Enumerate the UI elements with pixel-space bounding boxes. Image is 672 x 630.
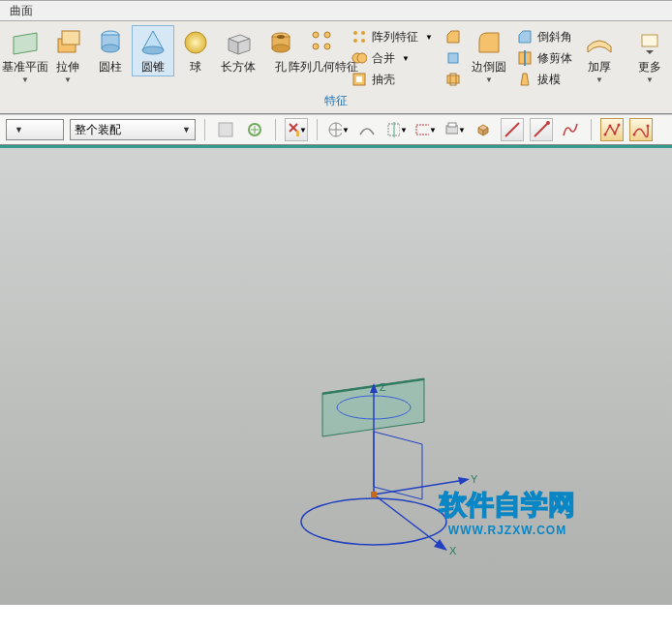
more-geom-icon: [444, 49, 462, 67]
svg-line-55: [505, 123, 519, 136]
ribbon-stack-1b: [439, 25, 468, 91]
shell-icon: [351, 71, 368, 88]
svg-marker-74: [434, 539, 447, 551]
cylinder-button[interactable]: 圆柱: [89, 25, 132, 75]
tool-coord-button[interactable]: ▼: [326, 118, 350, 141]
ribbon: 基准平面▼ 拉伸▼ 圆柱 圆锥 球 长方体 孔 阵列几何特征: [0, 21, 672, 114]
datum-plane-icon: [10, 27, 41, 58]
ribbon-stack-2: 倒斜角 修剪体 拔模: [510, 25, 578, 91]
pattern-feature-button[interactable]: 阵列特征▼: [349, 27, 435, 46]
secondary-toolbar: ▼ 整个装配▼ ▼ ▼ ▼ ▼ ▼: [0, 114, 672, 145]
svg-point-21: [361, 31, 365, 35]
svg-marker-32: [519, 31, 531, 43]
merge-button[interactable]: 合并▼: [349, 48, 435, 68]
tool-box-button[interactable]: ▼: [384, 118, 408, 141]
trim-icon: [516, 49, 534, 67]
chevron-down-icon: ▼: [425, 33, 433, 42]
tool-rect-button[interactable]: ▼: [413, 118, 437, 141]
dropdown-assembly[interactable]: 整个装配▼: [70, 119, 196, 140]
more-button[interactable]: 更多▼: [628, 25, 671, 84]
edge-round-icon: [473, 27, 504, 58]
svg-point-15: [277, 35, 285, 39]
svg-point-22: [353, 39, 357, 43]
cuboid-button[interactable]: 长方体: [217, 25, 260, 75]
viewport-3d[interactable]: Z Y X 软件自学网 WWW.RJZXW.COM: [0, 145, 672, 605]
chevron-down-icon: ▼: [182, 125, 191, 135]
sphere-button[interactable]: 球: [174, 25, 217, 75]
svg-point-5: [102, 45, 119, 52]
ribbon-row: 基准平面▼ 拉伸▼ 圆柱 圆锥 球 长方体 孔 阵列几何特征: [4, 25, 668, 91]
dropdown-1[interactable]: ▼: [6, 119, 64, 140]
chamfer2-button[interactable]: 倒斜角: [514, 27, 574, 46]
watermark-title: 软件自学网: [440, 487, 575, 524]
axis-y-label: Y: [471, 473, 478, 485]
tool-line-1-button[interactable]: [501, 118, 524, 141]
hole-icon: [265, 27, 296, 58]
svg-rect-36: [642, 35, 657, 46]
more-geom2-icon: [444, 71, 462, 88]
svg-line-73: [374, 495, 443, 548]
svg-marker-35: [521, 74, 529, 85]
tool-spline-button[interactable]: [355, 118, 379, 141]
tool-spline2-button[interactable]: [629, 118, 653, 141]
shell-button[interactable]: 抽壳: [349, 70, 435, 89]
draft-button[interactable]: 拔模: [514, 70, 574, 89]
cone-button[interactable]: 圆锥: [132, 25, 174, 76]
tool-icon-1[interactable]: [214, 118, 237, 141]
tool-cube-button[interactable]: [472, 118, 495, 141]
more-icon: [634, 27, 665, 58]
svg-rect-2: [62, 31, 79, 45]
chamfer2-icon: [516, 28, 534, 45]
svg-marker-68: [374, 432, 422, 499]
svg-rect-75: [371, 492, 377, 497]
svg-point-16: [313, 32, 319, 38]
tool-polyline-button[interactable]: [600, 118, 624, 141]
cuboid-icon: [223, 27, 254, 58]
svg-marker-0: [14, 33, 37, 54]
svg-rect-29: [448, 53, 458, 63]
sphere-icon: [180, 27, 211, 58]
svg-point-57: [546, 121, 550, 125]
cone-icon: [137, 27, 168, 58]
svg-point-18: [313, 44, 319, 49]
pattern-geom-button[interactable]: 阵列几何特征: [302, 25, 345, 75]
thicken-button[interactable]: 加厚▼: [578, 25, 621, 84]
watermark: 软件自学网 WWW.RJZXW.COM: [440, 487, 575, 537]
cylinder-icon: [95, 27, 126, 58]
ribbon-group-label: 特征: [4, 91, 668, 113]
tool-filter-button[interactable]: ▼: [285, 118, 308, 141]
svg-point-17: [324, 32, 330, 38]
svg-point-14: [272, 45, 290, 52]
datum-plane-button[interactable]: 基准平面▼: [4, 25, 46, 84]
more-geom2-button[interactable]: [443, 70, 464, 89]
svg-rect-51: [448, 123, 456, 127]
tab-label[interactable]: 曲面: [10, 3, 33, 19]
svg-rect-49: [416, 125, 429, 135]
svg-point-20: [353, 31, 357, 35]
merge-icon: [351, 49, 368, 67]
svg-rect-37: [219, 123, 232, 136]
svg-marker-28: [447, 31, 459, 43]
chevron-down-icon: ▼: [15, 125, 23, 135]
pattern-geom-icon: [308, 27, 339, 58]
tool-print-button[interactable]: ▼: [443, 118, 466, 141]
chevron-down-icon: ▼: [21, 75, 29, 84]
tool-icon-2[interactable]: [243, 118, 266, 141]
more-geom-button[interactable]: [443, 48, 464, 68]
extrude-button[interactable]: 拉伸▼: [46, 25, 89, 84]
chamfer-small-button[interactable]: [443, 27, 464, 46]
chevron-down-icon: ▼: [485, 75, 493, 84]
svg-point-62: [633, 134, 636, 136]
svg-line-56: [535, 123, 548, 136]
chamfer-icon: [444, 28, 462, 45]
chevron-down-icon: ▼: [402, 54, 410, 63]
tool-curve-button[interactable]: [559, 118, 582, 141]
edge-round-button[interactable]: 边倒圆▼: [468, 25, 510, 84]
ribbon-stack-1: 阵列特征▼ 合并▼ 抽壳: [345, 25, 439, 91]
svg-point-67: [301, 498, 446, 545]
trim-button[interactable]: 修剪体: [514, 48, 574, 68]
svg-rect-27: [356, 76, 362, 82]
tool-line-2-button[interactable]: [530, 118, 553, 141]
tab-bar: 曲面: [0, 0, 672, 21]
svg-point-61: [618, 124, 621, 127]
